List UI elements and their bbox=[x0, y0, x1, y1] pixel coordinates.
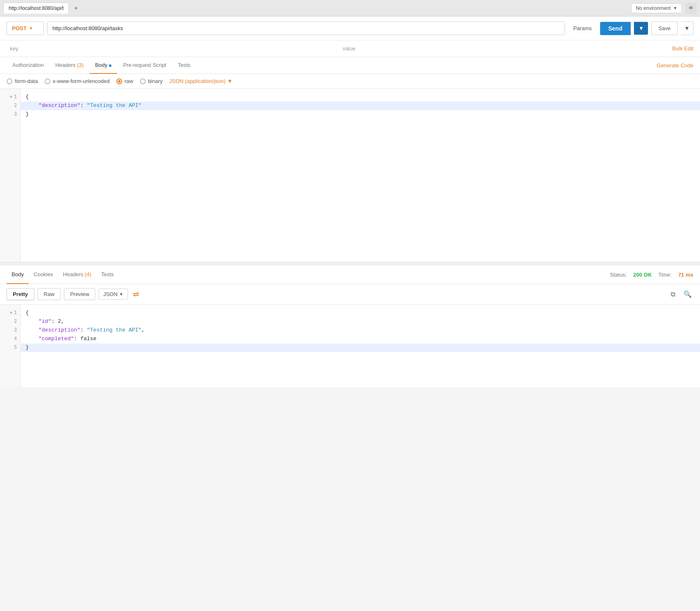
request-panel: POST ▼ Params Send ▼ Save ▼ key value Bu… bbox=[0, 17, 700, 265]
resp-code-line-2: "id" : 2, bbox=[26, 317, 695, 326]
send-dropdown-button[interactable]: ▼ bbox=[634, 22, 648, 35]
format-dropdown-icon: ▼ bbox=[119, 292, 123, 296]
active-tab[interactable]: http://localhost:8080/api/t bbox=[3, 2, 69, 14]
status-info: Status: 200 OK Time: 71 ms bbox=[610, 272, 693, 278]
urlencoded-radio[interactable] bbox=[45, 78, 50, 84]
resp-tab-body[interactable]: Body bbox=[7, 265, 29, 284]
binary-option[interactable]: binary bbox=[140, 78, 163, 84]
param-value-placeholder: value bbox=[339, 44, 672, 53]
env-label: No environment bbox=[636, 5, 671, 11]
tab-authorization[interactable]: Authorization bbox=[7, 57, 50, 74]
tab-body-label: Body bbox=[95, 62, 108, 68]
resp-cookies-label: Cookies bbox=[34, 271, 53, 277]
resp-open-brace: { bbox=[26, 309, 29, 317]
resp-tab-headers[interactable]: Headers (4) bbox=[58, 265, 97, 284]
resp-line-num-2: 2 bbox=[3, 317, 17, 326]
req-value-description: "Testing the API" bbox=[87, 102, 142, 110]
status-label: Status: bbox=[610, 272, 627, 278]
copy-button[interactable]: ⧉ bbox=[669, 289, 677, 300]
response-panel: Body Cookies Headers (4) Tests Status: 2… bbox=[0, 265, 700, 387]
tab-tests-label: Tests bbox=[178, 62, 190, 68]
resp-tab-cookies[interactable]: Cookies bbox=[29, 265, 58, 284]
tab-body[interactable]: Body bbox=[90, 57, 118, 74]
tab-bar: http://localhost:8080/api/t + No environ… bbox=[0, 0, 700, 17]
params-row: key value Bulk Edit bbox=[0, 40, 700, 57]
url-bar: POST ▼ Params Send ▼ Save ▼ bbox=[0, 17, 700, 40]
preview-button[interactable]: Preview bbox=[64, 288, 95, 300]
resp-body-label: Body bbox=[12, 271, 24, 277]
copy-icon: ⧉ bbox=[671, 291, 675, 298]
req-code-line-2: "description" : "Testing the API" bbox=[21, 102, 700, 110]
tab-pre-request[interactable]: Pre-request Script bbox=[117, 57, 172, 74]
filter-button[interactable]: ⇌ bbox=[131, 290, 141, 299]
binary-radio[interactable] bbox=[140, 78, 146, 84]
resp-headers-label: Headers bbox=[63, 271, 85, 277]
body-dot bbox=[109, 64, 111, 67]
resp-key-description: "description" bbox=[26, 326, 80, 335]
headers-badge: (3) bbox=[77, 62, 84, 68]
urlencoded-label: x-www-form-urlencoded bbox=[53, 78, 110, 84]
req-key-description: "description" bbox=[26, 102, 80, 110]
search-button[interactable]: 🔍 bbox=[682, 289, 693, 300]
resp-tab-tests[interactable]: Tests bbox=[96, 265, 118, 284]
tab-authorization-label: Authorization bbox=[12, 62, 44, 68]
response-code-content: { "id" : 2, "description" : "Testing the… bbox=[21, 305, 700, 387]
line-num-3: 3 bbox=[3, 110, 17, 119]
resp-code-line-1: { bbox=[26, 309, 695, 317]
tab-pre-request-label: Pre-request Script bbox=[123, 62, 166, 68]
method-button[interactable]: POST ▼ bbox=[7, 21, 44, 35]
bulk-edit-button[interactable]: Bulk Edit bbox=[672, 45, 693, 52]
tab-headers-label: Headers bbox=[55, 62, 77, 68]
pretty-button[interactable]: Pretty bbox=[7, 288, 34, 300]
tab-tests[interactable]: Tests bbox=[172, 57, 196, 74]
fold-arrow-1: ▼ bbox=[10, 94, 12, 101]
form-data-label: form-data bbox=[15, 78, 38, 84]
send-dropdown-icon: ▼ bbox=[639, 25, 644, 31]
urlencoded-option[interactable]: x-www-form-urlencoded bbox=[45, 78, 110, 84]
resp-line-num-1: ▼ 1 bbox=[3, 309, 17, 317]
response-toolbar: Pretty Raw Preview JSON ▼ ⇌ ⧉ 🔍 bbox=[0, 284, 700, 305]
method-label: POST bbox=[12, 25, 26, 31]
json-format-select[interactable]: JSON (application/json) ▼ bbox=[169, 78, 232, 84]
url-input[interactable] bbox=[47, 21, 565, 35]
raw-button[interactable]: Raw bbox=[38, 288, 61, 300]
raw-label: raw bbox=[125, 78, 133, 84]
form-data-option[interactable]: form-data bbox=[7, 78, 38, 84]
resp-key-id: "id" bbox=[26, 317, 51, 326]
environment-select[interactable]: No environment ▼ bbox=[631, 3, 682, 13]
save-dropdown-icon: ▼ bbox=[684, 25, 690, 31]
send-button[interactable]: Send bbox=[600, 22, 631, 35]
tab-headers[interactable]: Headers (3) bbox=[50, 57, 90, 74]
eye-button[interactable]: 👁 bbox=[685, 2, 697, 14]
request-tabs: Authorization Headers (3) Body Pre-reque… bbox=[0, 57, 700, 74]
add-tab-button[interactable]: + bbox=[71, 3, 81, 14]
time-value: 71 ms bbox=[678, 272, 693, 278]
eye-icon: 👁 bbox=[688, 5, 694, 11]
save-dropdown-button[interactable]: ▼ bbox=[681, 21, 693, 35]
params-button[interactable]: Params bbox=[568, 22, 597, 35]
resp-headers-badge: (4) bbox=[85, 271, 91, 277]
form-data-radio[interactable] bbox=[7, 78, 12, 84]
time-label: Time: bbox=[658, 272, 672, 278]
format-label: JSON bbox=[103, 291, 118, 297]
request-code-editor: ▼ 1 2 3 { "description" : "Testing the A… bbox=[0, 89, 700, 262]
raw-option[interactable]: raw bbox=[116, 78, 133, 84]
raw-radio[interactable] bbox=[116, 78, 122, 84]
generate-code-button[interactable]: Generate Code bbox=[657, 62, 693, 69]
resp-value-id: 2 bbox=[58, 317, 61, 326]
response-tabs-bar: Body Cookies Headers (4) Tests Status: 2… bbox=[0, 265, 700, 284]
resp-line-num-4: 4 bbox=[3, 335, 17, 343]
request-code-content[interactable]: { "description" : "Testing the API" } bbox=[21, 89, 700, 262]
save-button[interactable]: Save bbox=[651, 21, 678, 35]
resp-tests-label: Tests bbox=[101, 271, 114, 277]
response-code-editor: ▼ 1 2 3 4 5 { "id" : 2, bbox=[0, 305, 700, 387]
resp-value-completed: false bbox=[80, 335, 97, 343]
body-options: form-data x-www-form-urlencoded raw bina… bbox=[0, 74, 700, 89]
req-code-line-1: { bbox=[26, 93, 695, 102]
resp-line-num-3: 3 bbox=[3, 326, 17, 335]
format-select[interactable]: JSON ▼ bbox=[99, 289, 128, 300]
param-key-placeholder: key bbox=[7, 44, 339, 53]
method-dropdown-icon: ▼ bbox=[29, 26, 33, 31]
req-close-brace: } bbox=[26, 110, 29, 119]
resp-code-line-3: "description" : "Testing the API", bbox=[26, 326, 695, 335]
